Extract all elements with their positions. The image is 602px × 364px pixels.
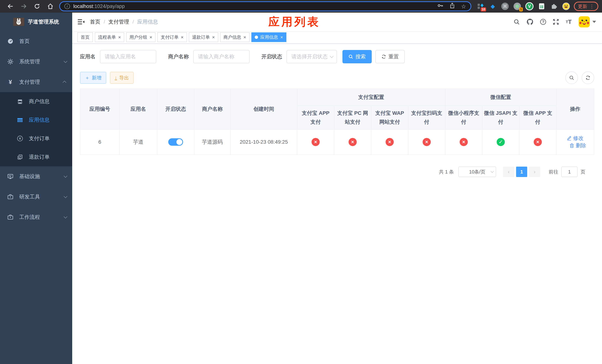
merchant-name-input[interactable] (193, 50, 249, 63)
browser-home-icon[interactable] (44, 1, 57, 12)
download-icon: ↓ (115, 75, 117, 80)
sidebar-item-merchant-info[interactable]: 商户信息 (0, 92, 72, 111)
breadcrumb-home[interactable]: 首页 (90, 18, 100, 25)
browser-update-button[interactable]: 更新 ⋮ (574, 2, 598, 11)
extension-sheet-icon[interactable] (538, 2, 546, 10)
briefcase-icon (7, 194, 14, 200)
logo-image (13, 18, 24, 26)
breadcrumb-pay[interactable]: 支付管理 (108, 18, 129, 25)
filter-form: 应用名 商户名称 开启状态 请选择开启状态 搜索 重置 (80, 50, 594, 63)
sidebar-item-infra[interactable]: 基础设施 (0, 166, 72, 187)
refresh-table-button[interactable] (582, 72, 594, 84)
page-unit-label: 页 (580, 169, 585, 175)
tab-user-group[interactable]: 用户分组× (126, 32, 155, 42)
sidebar-item-pay[interactable]: ¥ 支付管理 (0, 72, 72, 92)
status-select[interactable]: 请选择开启状态 (287, 50, 337, 63)
alipay-app-status-icon (312, 138, 320, 146)
sidebar-item-workflow[interactable]: 工作流程 (0, 207, 72, 227)
sidebar: 芋道管理系统 首页 系统管理 ¥ 支付管理 (0, 13, 72, 364)
close-icon[interactable]: × (149, 35, 152, 40)
chevron-down-icon (64, 59, 67, 63)
chevron-down-icon (64, 194, 67, 198)
password-key-icon[interactable] (437, 2, 443, 10)
edit-button[interactable]: 修改 (567, 135, 583, 142)
close-icon[interactable]: × (243, 35, 246, 40)
sidebar-item-refund-order[interactable]: 退款订单 (0, 148, 72, 166)
sidebar-item-app-info[interactable]: 应用信息 (0, 111, 72, 129)
tab-refund-order[interactable]: 退款订单× (189, 32, 218, 42)
tab-merchant-info[interactable]: 商户信息× (220, 32, 249, 42)
table-row: 6 芋道 芋道源码 2021-10-23 08:49:25 (80, 129, 594, 155)
extensions-puzzle-icon[interactable] (550, 2, 558, 10)
document-icon (17, 154, 23, 160)
delete-button[interactable]: 删除 (570, 142, 586, 149)
url-text[interactable]: localhost:1024/pay/app (73, 3, 125, 9)
briefcase-icon (7, 214, 14, 220)
close-icon[interactable]: × (280, 35, 283, 40)
status-toggle[interactable] (168, 138, 183, 146)
address-bar[interactable]: i localhost:1024/pay/app ☆ (59, 1, 471, 11)
app-logo[interactable]: 芋道管理系统 (0, 13, 72, 31)
goto-page-input[interactable] (561, 167, 578, 177)
sidebar-item-home[interactable]: 首页 (0, 31, 72, 52)
refresh-icon (381, 54, 386, 59)
close-icon[interactable]: × (212, 35, 215, 40)
pay-submenu: 商户信息 应用信息 ¥ 支付订单 退款订单 (0, 92, 72, 166)
bookmark-star-icon[interactable]: ☆ (461, 3, 466, 10)
close-icon[interactable]: × (181, 35, 183, 40)
github-icon[interactable] (523, 18, 537, 25)
sidebar-item-devtools[interactable]: 研发工具 (0, 187, 72, 207)
share-icon[interactable] (449, 3, 455, 10)
help-icon[interactable]: ? (537, 19, 549, 25)
app-title: 芋道管理系统 (28, 18, 59, 25)
prev-page-button[interactable]: ‹ (503, 167, 514, 177)
extension-blocks-icon[interactable]: 10 (476, 2, 485, 10)
refresh-icon (585, 75, 591, 80)
app-name-input[interactable] (100, 50, 156, 63)
reset-button[interactable]: 重置 (376, 50, 405, 63)
dashboard-icon (7, 38, 14, 44)
chevron-down-icon (64, 174, 67, 178)
caret-down-icon (592, 21, 596, 23)
toggle-search-button[interactable] (565, 72, 578, 84)
browser-menu-icon[interactable]: ⋮ (589, 3, 594, 9)
page-number-current[interactable]: 1 (516, 167, 527, 177)
tags-view-bar: 首页 流程表单× 用户分组× 支付订单× 退款订单× 商户信息× 应用信息× (72, 31, 602, 44)
col-header-status: 开启状态 (157, 89, 194, 129)
add-button[interactable]: ＋新增 (80, 72, 106, 84)
next-page-button[interactable]: › (529, 167, 540, 177)
chevron-up-icon (63, 81, 66, 85)
extension-gem-icon[interactable]: ◆ (489, 2, 497, 10)
tab-app-info[interactable]: 应用信息× (251, 32, 286, 42)
browser-back-icon[interactable] (4, 1, 17, 12)
col-header-id: 应用编号 (80, 89, 119, 129)
user-avatar-menu[interactable] (579, 16, 596, 27)
tab-pay-order[interactable]: 支付订单× (157, 32, 187, 42)
fullscreen-icon[interactable] (549, 19, 562, 25)
browser-reload-icon[interactable] (30, 1, 44, 12)
font-size-icon[interactable]: TT (562, 19, 575, 25)
cell-merchant-name: 芋道源码 (194, 129, 230, 155)
export-button[interactable]: ↓导出 (110, 72, 134, 84)
extension-command-icon[interactable]: ⌘ (501, 2, 509, 10)
sidebar-item-system[interactable]: 系统管理 (0, 52, 72, 72)
extension-recorder-icon[interactable]: 1 (513, 2, 521, 10)
tab-home[interactable]: 首页 (77, 32, 93, 42)
sidebar-item-pay-order[interactable]: ¥ 支付订单 (0, 129, 72, 148)
extension-badge: 10 (481, 7, 486, 11)
yen-circle-icon: ¥ (17, 136, 23, 141)
group-header-wechat: 微信配置 (445, 89, 556, 106)
header-search-icon[interactable] (510, 19, 523, 25)
site-info-icon[interactable]: i (64, 3, 70, 9)
tab-process-form[interactable]: 流程表单× (95, 32, 124, 42)
sidebar-collapse-icon[interactable] (72, 13, 90, 31)
browser-forward-icon[interactable] (17, 1, 30, 12)
col-header-alipay-pc: 支付宝 PC 网站支付 (334, 106, 371, 129)
browser-profile-avatar[interactable] (562, 2, 570, 10)
close-icon[interactable]: × (118, 35, 121, 40)
search-button[interactable]: 搜索 (343, 50, 372, 63)
vue-devtools-icon[interactable]: V (525, 2, 534, 10)
cell-app-id: 6 (80, 129, 119, 155)
page-size-select[interactable]: 10条/页 (458, 167, 496, 177)
cell-app-name: 芋道 (119, 129, 157, 155)
